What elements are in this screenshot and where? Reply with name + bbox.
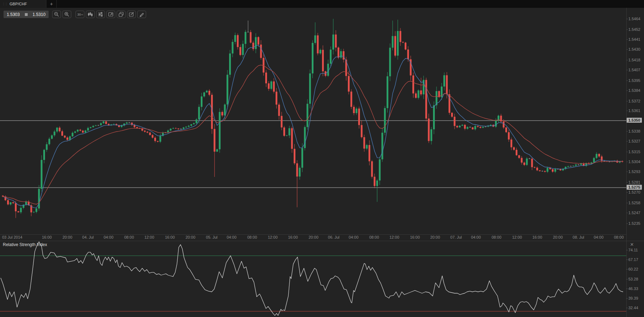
price-axis-label: 1.5384 bbox=[628, 88, 644, 93]
price-axis-label: 1.5270 bbox=[628, 190, 644, 194]
indicator-settings-button[interactable] bbox=[96, 11, 105, 18]
rsi-tick-dash bbox=[626, 260, 628, 260]
time-axis-label: 08:00 bbox=[492, 235, 501, 239]
time-axis-label: 04:00 bbox=[471, 235, 481, 239]
sliders-icon bbox=[98, 12, 103, 17]
time-axis-label: 07. Jul bbox=[450, 235, 462, 239]
time-axis-label: 06. Jul bbox=[328, 235, 339, 239]
price-axis-label: 1.5418 bbox=[628, 58, 644, 62]
time-axis-label: 16:00 bbox=[288, 235, 298, 239]
tab-bar: ⋮⋮ GBP/CHF + bbox=[0, 0, 644, 8]
time-axis-label: 12:00 bbox=[389, 235, 399, 239]
timeframe-unit: m bbox=[81, 13, 83, 16]
rsi-canvas[interactable] bbox=[0, 241, 626, 317]
price-axis-label: 1.5372 bbox=[628, 99, 644, 103]
tab-gbpchf[interactable]: ⋮⋮ GBP/CHF bbox=[0, 0, 46, 8]
axis-border bbox=[626, 8, 627, 317]
time-axis-label: 16:00 bbox=[42, 235, 52, 239]
time-axis-label: 20:00 bbox=[553, 235, 563, 239]
expand-icon bbox=[108, 12, 113, 17]
price-chart-canvas[interactable] bbox=[0, 8, 626, 235]
time-axis-label: 08:00 bbox=[369, 235, 379, 239]
time-axis-label: 08:00 bbox=[247, 235, 257, 239]
layers-icon bbox=[118, 12, 124, 17]
new-tab-button[interactable]: + bbox=[46, 0, 57, 8]
time-axis-label: 16:00 bbox=[165, 235, 175, 239]
timeframe-label: 30 bbox=[77, 13, 81, 16]
rsi-axis-label: 53.28 bbox=[628, 277, 644, 281]
time-axis-label: 03 Jul 2014 bbox=[2, 235, 22, 239]
draw-pencil-button[interactable] bbox=[137, 11, 146, 18]
price-axis-label: 1.5407 bbox=[628, 68, 644, 72]
rsi-tick-dash bbox=[626, 269, 628, 269]
time-axis-label: 20:00 bbox=[185, 235, 195, 239]
time-axis-label: 04:00 bbox=[227, 235, 237, 239]
time-axis-label: 08. Jul bbox=[573, 235, 584, 239]
time-axis-label: 04:00 bbox=[594, 235, 604, 239]
rsi-axis-label: 74.11 bbox=[628, 248, 644, 252]
rsi-title: Relative Strength Index bbox=[3, 242, 47, 247]
rsi-tick-dash bbox=[626, 298, 628, 299]
zoom-in-icon bbox=[64, 12, 70, 17]
time-axis-label: 12:00 bbox=[512, 235, 522, 239]
time-axis-label: 12:00 bbox=[144, 235, 154, 239]
rsi-axis-label: 46.33 bbox=[628, 287, 644, 291]
rsi-tick-dash bbox=[626, 289, 628, 289]
bid-price: 1.5303 bbox=[7, 12, 20, 17]
time-axis-label: 16:00 bbox=[532, 235, 542, 239]
time-axis-label: 20:00 bbox=[62, 235, 72, 239]
zoom-out-button[interactable] bbox=[52, 11, 61, 18]
zoom-out-icon bbox=[54, 12, 59, 17]
time-axis-label: 04:00 bbox=[349, 235, 359, 239]
time-axis-label: 04. Jul bbox=[82, 235, 94, 239]
price-level-badge: 1.5275 bbox=[627, 185, 642, 190]
trading-app-window: ⋮⋮ GBP/CHF + 1.5303 1.5310 bbox=[0, 0, 644, 317]
rsi-tick-dash bbox=[626, 308, 628, 308]
duplicate-chart-button[interactable] bbox=[117, 11, 126, 18]
price-axis-label: 1.5281 bbox=[628, 180, 644, 184]
rsi-close-icon[interactable]: ✕ bbox=[629, 241, 635, 247]
tab-drag-handle-icon[interactable]: ⋮⋮ bbox=[2, 2, 7, 6]
ask-price: 1.5310 bbox=[33, 12, 46, 17]
rsi-axis-label: 32.44 bbox=[628, 306, 644, 310]
chart-toolbar: 1.5303 1.5310 30m bbox=[4, 11, 146, 18]
zoom-in-button[interactable] bbox=[62, 11, 71, 18]
price-axis-label: 1.5258 bbox=[628, 201, 644, 205]
rsi-axis-label: 39.39 bbox=[628, 296, 644, 300]
time-axis-label: 12:00 bbox=[268, 235, 278, 239]
rsi-axis-label: 67.17 bbox=[628, 257, 644, 262]
candlestick-icon bbox=[88, 12, 93, 17]
quote-widget[interactable]: 1.5303 1.5310 bbox=[4, 11, 49, 18]
price-axis-label: 1.5464 bbox=[628, 17, 644, 21]
chart-time-separator bbox=[0, 234, 626, 235]
price-axis-label: 1.5293 bbox=[628, 169, 644, 174]
pencil-icon bbox=[139, 12, 144, 17]
time-axis-label: 20:00 bbox=[309, 235, 318, 239]
expand-chart-button[interactable] bbox=[106, 11, 115, 18]
tab-label: GBP/CHF bbox=[10, 2, 27, 6]
chart-type-button[interactable] bbox=[86, 11, 95, 18]
timeframe-button[interactable]: 30m bbox=[76, 11, 84, 18]
edit-annotations-button[interactable] bbox=[127, 11, 136, 18]
chart-area: 1.5303 1.5310 30m bbox=[0, 8, 644, 317]
time-axis-label: 08:00 bbox=[124, 235, 134, 239]
time-axis-label: 05. Jul bbox=[206, 235, 217, 239]
edit-box-icon bbox=[129, 12, 134, 17]
spread-icon bbox=[25, 13, 28, 16]
time-axis-label: 04:00 bbox=[104, 235, 113, 239]
price-axis-label: 1.5361 bbox=[628, 109, 644, 113]
price-axis-label: 1.5235 bbox=[628, 221, 644, 226]
price-axis-label: 1.5441 bbox=[628, 37, 644, 41]
rsi-axis-label: 60.22 bbox=[628, 267, 644, 271]
price-axis-label: 1.5247 bbox=[628, 211, 644, 215]
price-axis-label: 1.5315 bbox=[628, 150, 644, 154]
time-axis-label: 16:00 bbox=[410, 235, 420, 239]
rsi-tick-dash bbox=[626, 250, 628, 250]
price-axis-label: 1.5304 bbox=[628, 160, 644, 164]
price-axis-label: 1.5327 bbox=[628, 139, 644, 143]
price-axis-label: 1.5395 bbox=[628, 78, 644, 83]
rsi-tick-dash bbox=[626, 279, 628, 279]
time-axis-label: 20:00 bbox=[430, 235, 440, 239]
price-axis-label: 1.5452 bbox=[628, 27, 644, 32]
price-level-badge: 1.5350 bbox=[627, 118, 642, 123]
